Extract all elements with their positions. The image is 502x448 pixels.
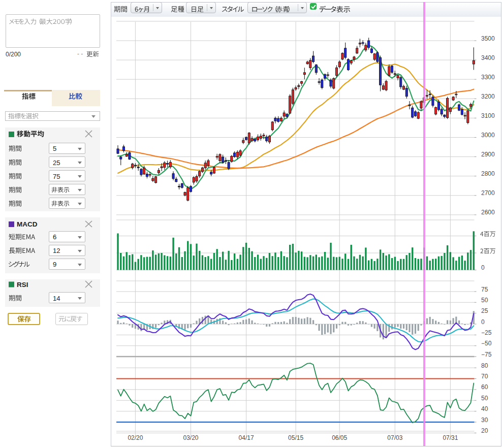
svg-text:70: 70 <box>481 373 488 380</box>
svg-text:80: 80 <box>481 362 488 369</box>
svg-text:75: 75 <box>53 173 60 180</box>
svg-text:2600: 2600 <box>481 209 495 216</box>
svg-text:02/20: 02/20 <box>128 434 143 441</box>
svg-text:20: 20 <box>481 427 488 434</box>
svg-text:MACD: MACD <box>17 220 38 228</box>
svg-text:07/31: 07/31 <box>443 434 458 441</box>
svg-text:3300: 3300 <box>481 74 495 81</box>
svg-text:03/20: 03/20 <box>183 434 198 441</box>
svg-text:0: 0 <box>481 264 485 271</box>
svg-text:−25: −25 <box>481 329 492 336</box>
svg-text:3400: 3400 <box>481 54 495 61</box>
svg-text:50: 50 <box>481 297 488 304</box>
svg-text:60: 60 <box>481 383 488 391</box>
svg-text:07/03: 07/03 <box>387 434 402 441</box>
svg-text:−75: −75 <box>481 351 492 358</box>
svg-text:25: 25 <box>53 159 60 167</box>
svg-text:50: 50 <box>481 395 488 402</box>
svg-text:25: 25 <box>481 307 488 314</box>
svg-text:30: 30 <box>481 417 488 424</box>
svg-text:9: 9 <box>53 261 56 268</box>
svg-text:5: 5 <box>53 145 56 152</box>
svg-text:2900: 2900 <box>481 151 495 158</box>
svg-text:−50: −50 <box>481 340 492 347</box>
svg-text:40: 40 <box>481 405 488 412</box>
svg-text:2800: 2800 <box>481 170 495 177</box>
svg-text:05/15: 05/15 <box>288 434 303 441</box>
svg-text:75: 75 <box>481 286 488 293</box>
svg-text:2700: 2700 <box>481 189 495 197</box>
svg-text:3500: 3500 <box>481 35 495 42</box>
svg-text:RSI: RSI <box>17 281 28 289</box>
svg-text:0: 0 <box>481 318 485 326</box>
svg-text:6: 6 <box>53 233 56 241</box>
svg-text:- -: - - <box>77 50 83 57</box>
svg-text:3200: 3200 <box>481 93 495 100</box>
svg-text:04/17: 04/17 <box>239 434 254 441</box>
svg-text:3000: 3000 <box>481 132 495 139</box>
svg-text:3100: 3100 <box>481 112 495 119</box>
svg-text:0/200: 0/200 <box>6 51 21 58</box>
svg-text:12: 12 <box>53 247 60 254</box>
svg-text:14: 14 <box>53 295 60 302</box>
svg-text:06/05: 06/05 <box>332 434 347 441</box>
